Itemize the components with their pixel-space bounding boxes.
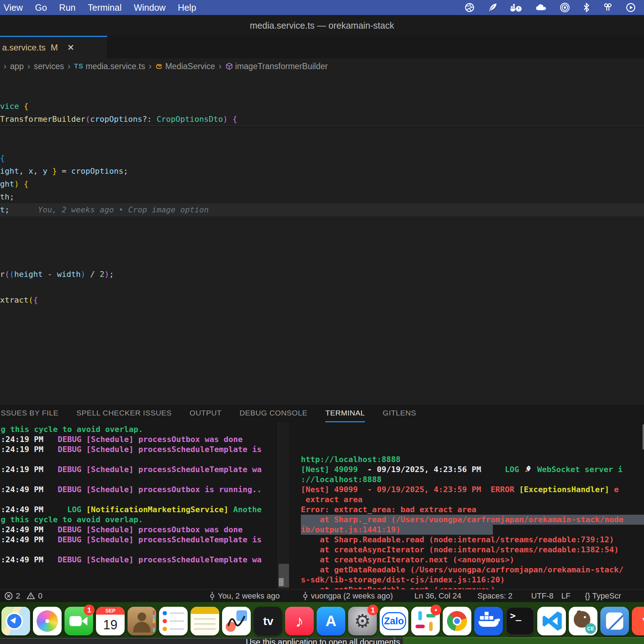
encoding-status[interactable]: UTF-8 <box>531 590 553 602</box>
problems-status[interactable]: 2 0 <box>4 590 43 602</box>
tab-label: a.service.ts <box>2 43 45 53</box>
bluetooth-icon[interactable] <box>582 2 590 13</box>
sticky-scroll: vice {TransformerBuilder(cropOptions?: C… <box>0 100 644 126</box>
breadcrumb-item-imagetransformerbuilder[interactable]: imageTransformerBuilder <box>225 62 328 71</box>
menu-item-window[interactable]: Window <box>130 3 174 13</box>
language-mode-status[interactable]: {} TypeScr <box>585 590 621 602</box>
blame-status[interactable]: You, 2 weeks ago <box>210 590 280 602</box>
terminal-line-selected: ib/output.js:1441:19) <box>301 525 493 535</box>
dock-app-chrome[interactable] <box>443 607 471 635</box>
committer-status[interactable]: vuongpa (2 weeks ago) <box>303 590 393 602</box>
macos-desktop: ViewGoRunTerminalWindowHelp media.servic… <box>0 0 644 644</box>
right-scrollbar-thumb[interactable] <box>643 424 644 450</box>
airpods-icon[interactable] <box>602 2 613 13</box>
editor-tab-media-service[interactable]: a.service.ts M ✕ <box>0 36 107 58</box>
menubar-status-icons <box>464 2 644 13</box>
dock-app-notes[interactable] <box>191 607 219 635</box>
dock-app-slack[interactable]: • <box>411 607 440 635</box>
dock-app-photos[interactable] <box>33 607 62 635</box>
panel-tab-debug-console[interactable]: DEBUG CONSOLE <box>240 404 308 422</box>
panel-tab-terminal[interactable]: TERMINAL <box>325 404 365 422</box>
cursor-position[interactable]: Ln 36, Col 24 <box>414 590 461 602</box>
breadcrumb-item-app[interactable]: app <box>10 62 24 71</box>
window-title-bar: media.service.ts — orekamain-stack <box>0 15 644 36</box>
terminal-line: [Nest] 49099 - 09/19/2025, 4:23:56 PM LO… <box>301 465 644 475</box>
code-line <box>0 229 644 242</box>
terminal-line-selected: at Sharp._read (/Users/vuongpa/carfromja… <box>301 515 644 525</box>
tab-close-icon[interactable]: ✕ <box>67 43 74 53</box>
terminal-line: :24:49 PM LOG [NotificationMarketingServ… <box>1 505 278 515</box>
terminal-scrollbar[interactable] <box>278 422 289 590</box>
breadcrumb-item-services[interactable]: services <box>34 62 64 71</box>
dock-app-reminders[interactable] <box>159 607 188 635</box>
menu-item-terminal[interactable]: Terminal <box>84 3 130 13</box>
dialog-text: Use this application to open all documen… <box>246 638 400 644</box>
docker-status-icon[interactable] <box>510 2 522 13</box>
dock-app-app-store[interactable]: A <box>317 607 345 635</box>
code-line: ght) { <box>0 178 644 191</box>
typescript-icon: TS <box>74 62 83 70</box>
class-icon <box>155 62 163 70</box>
menu-item-go[interactable]: Go <box>32 3 56 13</box>
breadcrumb-item-mediaservice[interactable]: MediaService <box>155 62 215 71</box>
terminal-line: :24:19 PM DEBUG [Schedule] processSchedu… <box>1 444 278 455</box>
code-line <box>0 242 644 255</box>
panel-tab-gitlens[interactable]: GITLENS <box>383 404 416 422</box>
indentation-status[interactable]: Spaces: 2 <box>477 590 513 602</box>
terminal-line: [Nest] 49099 - 09/19/2025, 4:23:59 PM ER… <box>301 485 644 495</box>
error-count: 2 <box>16 591 20 601</box>
dock-app-settings[interactable]: ⚙1 <box>348 607 377 635</box>
dock-app-facetime[interactable]: 1 <box>64 607 93 635</box>
dock-app-apple-tv[interactable]: tv <box>254 607 282 635</box>
terminal-line: at createAsyncIterator (node:internal/st… <box>301 545 644 555</box>
dock-app-vscode[interactable] <box>537 607 566 635</box>
panel-tabs: SSUES BY FILESPELL CHECKER ISSUESOUTPUTD… <box>0 404 644 422</box>
terminal-pane-left[interactable]: g this cycle to avoid overlap.:24:19 PM … <box>0 422 278 590</box>
terminal-line <box>1 545 278 555</box>
breadcrumb-item-media-service-ts[interactable]: TSmedia.service.ts <box>74 62 145 71</box>
menu-item-view[interactable]: View <box>0 3 32 13</box>
status-bar: 2 0 You, 2 weeks ago vuongpa (2 weeks ag… <box>0 589 644 602</box>
code-line <box>0 281 644 294</box>
dock-app-dbeaver[interactable]: CE <box>569 607 597 635</box>
code-line <box>0 216 644 229</box>
breadcrumb-label: services <box>34 62 64 71</box>
terminal-line: Error: extract_area: bad extract area <box>301 505 644 515</box>
shutter-icon[interactable] <box>464 2 475 13</box>
dock-app-partial-red[interactable]: ▼ <box>632 607 644 635</box>
airdrop-icon[interactable] <box>559 2 570 13</box>
rocket-emoji <box>524 465 533 474</box>
dock-app-freeform[interactable] <box>222 607 251 635</box>
code-line: { <box>0 152 644 165</box>
dock-app-docker[interactable] <box>474 607 503 635</box>
dock-app-cleanshot[interactable] <box>600 607 629 635</box>
editor-tab-bar: a.service.ts M ✕ <box>0 36 644 59</box>
menu-item-run[interactable]: Run <box>56 3 84 13</box>
terminal-line: :24:49 PM DEBUG [Schedule] processSchedu… <box>1 535 278 545</box>
bottom-panel: SSUES BY FILESPELL CHECKER ISSUESOUTPUTD… <box>0 404 644 590</box>
dock-app-maps[interactable] <box>1 607 30 635</box>
dock-app-calendar[interactable]: SEP19 <box>96 607 125 635</box>
terminal-line <box>1 495 278 505</box>
cloud-sync-icon[interactable] <box>534 2 547 13</box>
breadcrumb-label: imageTransformerBuilder <box>235 62 328 71</box>
committer-text: vuongpa (2 weeks ago) <box>311 591 393 601</box>
scrollbar-notch <box>279 578 284 586</box>
terminal-line <box>1 475 278 485</box>
dock-app-terminal[interactable]: >_ <box>506 607 534 635</box>
dock-app-zalo[interactable]: Zalo <box>380 607 408 635</box>
code-line: TransformerBuilder(cropOptions?: CropOpt… <box>0 113 644 126</box>
panel-tab-ssues-by-file[interactable]: SSUES BY FILE <box>1 404 58 422</box>
eol-status[interactable]: LF <box>561 590 571 602</box>
screen-record-icon[interactable] <box>625 2 636 13</box>
code-editor[interactable]: vice {TransformerBuilder(cropOptions?: C… <box>0 74 644 404</box>
panel-tab-output[interactable]: OUTPUT <box>189 404 221 422</box>
menu-item-help[interactable]: Help <box>174 3 205 13</box>
terminal-pane-right[interactable]: http://localhost:8888[Nest] 49099 - 09/1… <box>289 422 644 590</box>
panel-tab-spell-checker-issues[interactable]: SPELL CHECKER ISSUES <box>76 404 172 422</box>
dock-app-contacts[interactable] <box>128 607 156 635</box>
error-icon <box>4 592 13 600</box>
dock-app-music[interactable]: ♪ <box>285 607 314 635</box>
feather-icon[interactable] <box>487 2 498 13</box>
window-title: media.service.ts — orekamain-stack <box>250 20 394 31</box>
